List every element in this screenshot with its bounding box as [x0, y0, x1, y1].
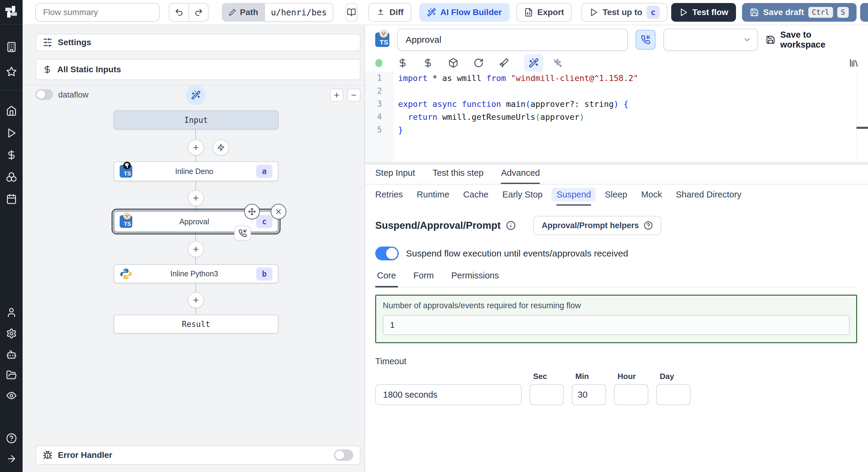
day-input[interactable]: [656, 384, 690, 405]
suspend-subtabs: Core Form Permissions: [375, 271, 857, 288]
hour-input[interactable]: [614, 384, 648, 405]
package-icon[interactable]: [448, 58, 458, 68]
sidebar-item-workers-icon[interactable]: [6, 349, 17, 360]
code-editor[interactable]: 1import * as wmill from "windmill-client…: [365, 72, 868, 162]
add-trigger-button[interactable]: [213, 139, 229, 156]
add-step-button[interactable]: [188, 241, 204, 257]
docs-button[interactable]: [345, 3, 358, 22]
add-step-button[interactable]: [188, 292, 204, 308]
code-line[interactable]: export async function main(approver?: st…: [394, 98, 628, 110]
tab-runtime[interactable]: Runtime: [417, 184, 450, 206]
tab-shared-directory[interactable]: Shared Directory: [676, 184, 741, 206]
save-to-workspace-button[interactable]: Save to workspace: [766, 30, 857, 50]
tab-suspend[interactable]: Suspend: [556, 184, 591, 206]
min-input[interactable]: [572, 384, 606, 405]
code-line[interactable]: import * as wmill from "windmill-client@…: [394, 72, 638, 85]
suspend-indicator-badge: [234, 226, 251, 241]
play-icon: [679, 8, 688, 17]
format-icon[interactable]: [499, 58, 509, 68]
tab-mock[interactable]: Mock: [641, 184, 662, 206]
delete-step-button[interactable]: [271, 204, 286, 220]
export-button[interactable]: Export: [516, 3, 572, 22]
tab-test-this-step[interactable]: Test this step: [433, 168, 484, 184]
sidebar-item-users-icon[interactable]: [6, 307, 17, 318]
sidebar-item-resources-icon[interactable]: [6, 172, 17, 182]
flow-graph-panel: Settings All Static Inputs dataflow: [23, 25, 365, 472]
sec-input[interactable]: [530, 384, 564, 405]
code-line[interactable]: return wmill.getResumeUrls(approver): [394, 110, 584, 124]
ai-assistant-button[interactable]: [524, 54, 544, 72]
ai-graph-wand-button[interactable]: [186, 85, 206, 105]
tag-select[interactable]: [663, 29, 758, 51]
code-line[interactable]: }: [394, 124, 403, 136]
node-label: Approval: [132, 217, 256, 226]
reload-icon[interactable]: [473, 58, 484, 68]
info-icon[interactable]: [506, 221, 516, 230]
path-value[interactable]: u/henri/bes: [265, 3, 333, 22]
subtab-form[interactable]: Form: [412, 271, 436, 288]
subtab-core[interactable]: Core: [375, 271, 398, 288]
test-flow-button[interactable]: Test flow: [671, 3, 736, 22]
move-step-button[interactable]: [244, 204, 260, 220]
test-up-to-button[interactable]: Test up to c: [581, 3, 668, 22]
sidebar-item-schedules-icon[interactable]: [6, 194, 17, 204]
undo-button[interactable]: [169, 3, 189, 22]
add-step-button[interactable]: [188, 190, 204, 206]
resources-icon[interactable]: [423, 58, 433, 68]
redo-icon: [194, 8, 203, 17]
flow-node-inline-python3[interactable]: Inline Python3 b: [114, 264, 278, 283]
tab-sleep[interactable]: Sleep: [605, 184, 627, 206]
node-label: Inline Python3: [132, 269, 256, 278]
tab-early-stop[interactable]: Early Stop: [502, 184, 543, 206]
approval-prompt-helpers-button[interactable]: Approval/Prompt helpers: [533, 216, 661, 235]
error-handler-toggle[interactable]: [334, 449, 353, 461]
suspend-step-button[interactable]: [636, 30, 656, 50]
flow-summary-input[interactable]: [35, 3, 160, 22]
all-static-inputs-button[interactable]: All Static Inputs: [36, 59, 361, 80]
code-line[interactable]: [394, 85, 398, 98]
sidebar-item-variables-icon[interactable]: [6, 149, 17, 161]
add-step-button[interactable]: [188, 139, 204, 156]
tab-advanced[interactable]: Advanced: [501, 168, 540, 184]
windmill-logo-icon[interactable]: [4, 5, 18, 19]
error-handler-row[interactable]: Error Handler: [36, 445, 361, 465]
ai-disable-icon[interactable]: [553, 58, 563, 68]
sidebar-item-audit-icon[interactable]: [6, 390, 17, 401]
deploy-button-partial[interactable]: [860, 3, 868, 22]
deno-icon: [123, 161, 131, 169]
tab-retries[interactable]: Retries: [375, 184, 403, 206]
flow-node-inline-deno[interactable]: TS Inline Deno a: [114, 161, 278, 181]
redo-button[interactable]: [189, 3, 209, 22]
suspend-toggle[interactable]: [375, 246, 399, 260]
approvals-required-input[interactable]: [383, 315, 849, 335]
flow-node-result[interactable]: Result: [114, 314, 278, 334]
subtab-permissions[interactable]: Permissions: [450, 271, 501, 288]
day-label: Day: [656, 372, 674, 381]
timeout-total-input[interactable]: [375, 384, 522, 405]
zoom-in-button[interactable]: [330, 89, 343, 102]
editor-scroll-indicator[interactable]: [857, 127, 868, 129]
sidebar-item-favorites-icon[interactable]: [6, 66, 17, 77]
variables-icon[interactable]: [398, 58, 408, 68]
dataflow-toggle[interactable]: [36, 89, 53, 100]
sidebar-item-folders-icon[interactable]: [6, 370, 17, 380]
save-draft-button[interactable]: Save draft Ctrl S: [742, 3, 857, 22]
sidebar-item-workspace-icon[interactable]: [6, 41, 17, 53]
sidebar-item-runs-icon[interactable]: [6, 128, 17, 138]
ai-flow-builder-button[interactable]: AI Flow Builder: [419, 3, 510, 22]
flow-node-input[interactable]: Input: [114, 110, 278, 129]
plus-icon: [192, 194, 200, 202]
flow-settings-button[interactable]: Settings: [36, 34, 361, 51]
tab-cache[interactable]: Cache: [463, 184, 489, 206]
sidebar-item-home-icon[interactable]: [6, 105, 17, 116]
zoom-out-button[interactable]: [347, 89, 361, 102]
sidebar-expand-icon[interactable]: [6, 453, 17, 464]
sidebar-item-help-icon[interactable]: [6, 433, 17, 444]
tab-step-input[interactable]: Step Input: [375, 168, 415, 184]
diff-button[interactable]: Diff: [368, 3, 411, 22]
path-button[interactable]: Path: [222, 3, 265, 22]
sidebar-item-settings-icon[interactable]: [6, 328, 17, 339]
editor-ruler: [856, 72, 857, 162]
library-icon[interactable]: [849, 58, 859, 68]
step-name-input[interactable]: [397, 29, 628, 51]
